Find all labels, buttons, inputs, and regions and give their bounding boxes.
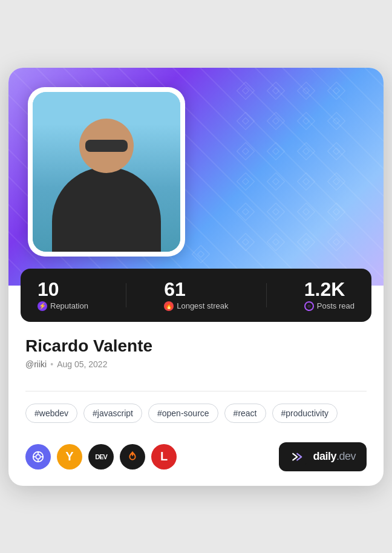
username: @riiki <box>25 359 47 369</box>
reputation-value: 10 <box>38 280 88 299</box>
body <box>52 167 161 252</box>
tags-section: #webdev #javascript #open-source #react … <box>8 391 384 433</box>
y-label: Y <box>65 450 73 463</box>
sunglasses <box>85 140 128 152</box>
hashnode-social-icon[interactable] <box>120 444 145 470</box>
stat-reputation: 10 ⚡ Reputation <box>38 280 88 311</box>
dailydev-text: daily.dev <box>313 450 356 463</box>
profile-section: Ricardo Valente @riiki • Aug 05, 2022 <box>8 322 384 391</box>
card-header <box>8 68 384 286</box>
ycombinator-social-icon[interactable]: Y <box>57 444 82 470</box>
profile-card: 10 ⚡ Reputation 61 🔥 Longest streak 1.2K… <box>8 68 384 486</box>
head <box>79 119 134 173</box>
stat-posts-read: 1.2K ○ Posts read <box>304 280 354 311</box>
join-date: Aug 05, 2022 <box>57 359 107 369</box>
person-silhouette <box>33 119 180 252</box>
social-icons: Y DEV L <box>25 444 177 470</box>
stat-streak: 61 🔥 Longest streak <box>164 280 228 311</box>
circle-icon: ○ <box>304 301 314 311</box>
profile-meta: @riiki • Aug 05, 2022 <box>25 359 367 369</box>
dailydev-brand: daily.dev <box>279 442 367 471</box>
l-label: L <box>160 450 168 463</box>
streak-value: 61 <box>164 280 228 299</box>
dev-label: DEV <box>95 453 107 460</box>
tag-javascript[interactable]: #javascript <box>83 404 142 423</box>
devto-social-icon[interactable]: DEV <box>88 444 114 470</box>
avatar <box>28 87 185 257</box>
lightning-icon: ⚡ <box>38 301 47 311</box>
flame-icon: 🔥 <box>164 301 174 311</box>
dailydev-logo-icon <box>290 448 307 465</box>
photo-simulation <box>33 92 180 252</box>
profile-name: Ricardo Valente <box>25 336 367 356</box>
dailydev-suffix: .dev <box>336 450 356 462</box>
streak-label: 🔥 Longest streak <box>164 301 228 311</box>
svg-point-1 <box>36 454 40 459</box>
stat-divider-2 <box>266 283 267 307</box>
tag-productivity[interactable]: #productivity <box>272 404 338 423</box>
stat-divider-1 <box>126 283 126 307</box>
posts-read-label: ○ Posts read <box>304 301 354 311</box>
target-social-icon[interactable] <box>25 444 51 470</box>
posts-read-value: 1.2K <box>304 280 354 299</box>
reputation-label: ⚡ Reputation <box>38 301 88 311</box>
tag-open-source[interactable]: #open-source <box>148 404 218 423</box>
dailydev-name: daily <box>313 450 336 462</box>
lobsters-social-icon[interactable]: L <box>151 444 177 470</box>
tag-webdev[interactable]: #webdev <box>25 404 77 423</box>
card-footer: Y DEV L <box>8 433 384 486</box>
avatar-image <box>33 92 180 252</box>
meta-dot: • <box>50 359 53 369</box>
svg-rect-6 <box>290 448 307 465</box>
tag-react[interactable]: #react <box>224 404 266 423</box>
stats-bar: 10 ⚡ Reputation 61 🔥 Longest streak 1.2K… <box>21 269 371 322</box>
